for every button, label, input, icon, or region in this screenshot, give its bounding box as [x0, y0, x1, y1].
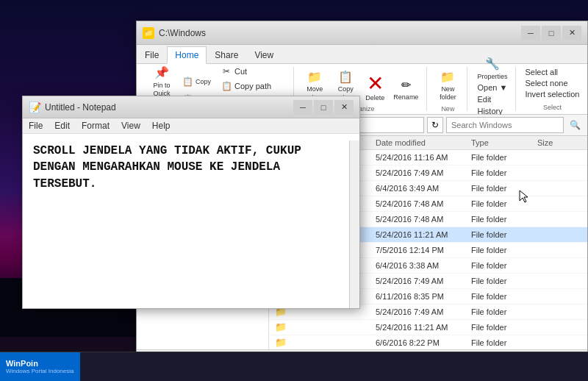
file-date-cell: 5/24/2016 11:21 AM [376, 323, 471, 332]
logo-text: WinPoin [6, 359, 74, 368]
file-type-cell: File folder [471, 307, 537, 316]
file-date-cell: 5/24/2016 7:49 AM [376, 277, 471, 285]
notepad-content: Scroll Jendela yang tidak aktif, cukup d… [23, 134, 359, 308]
file-type-cell: File folder [471, 168, 537, 177]
properties-button[interactable]: 🔧 Properties [473, 53, 511, 83]
notepad-title-bar: 📝 Untitled - Notepad ─ □ ✕ [23, 96, 359, 118]
notepad-menu-edit[interactable]: Edit [49, 118, 76, 133]
minimize-button[interactable]: ─ [521, 26, 540, 40]
file-name-cell: 📁 [275, 321, 376, 333]
rename-button[interactable]: ✏ Rename [390, 74, 422, 104]
new-folder-icon: 📁 [439, 68, 456, 85]
notepad-line1: Scroll Jendela yang tidak aktif, cukup [33, 143, 349, 159]
notepad-maximize-button[interactable]: □ [314, 100, 333, 115]
notepad-minimize-button[interactable]: ─ [293, 100, 312, 115]
file-type-cell: File folder [471, 246, 537, 254]
file-date-cell: 5/24/2016 7:49 AM [376, 307, 471, 316]
notepad-line2: dengan mengarahkan mouse ke jendela [33, 159, 349, 175]
properties-icon: 🔧 [484, 55, 501, 73]
file-icon: 📁 [275, 337, 287, 349]
new-folder-label: Newfolder [440, 85, 456, 102]
invert-selection-button[interactable]: Invert selection [522, 89, 582, 99]
pin-icon: 📌 [153, 64, 171, 82]
open-label: Open ▼ [477, 83, 507, 92]
notepad-menu-help[interactable]: Help [146, 118, 176, 133]
delete-icon: ✕ [367, 74, 384, 94]
edit-button[interactable]: Edit [474, 94, 510, 104]
file-date-cell: 5/24/2016 7:48 AM [376, 215, 471, 224]
notepad-menu: File Edit Format View Help [23, 118, 359, 134]
notepad-icon: 📝 [29, 102, 40, 113]
file-type-cell: File folder [471, 292, 537, 301]
new-folder-button[interactable]: 📁 Newfolder [433, 65, 462, 104]
delete-button[interactable]: ✕ Delete [362, 71, 388, 104]
copy-path-icon: 📋 [220, 80, 232, 92]
copy-label: Copy [196, 78, 211, 86]
notepad-title-text: Untitled - Notepad [45, 102, 293, 113]
refresh-button[interactable]: ↻ [427, 117, 443, 133]
table-row[interactable]: 📁 5/24/2016 11:21 AM File folder [269, 320, 587, 335]
select-none-button[interactable]: Select none [522, 78, 582, 88]
copy-path-label: Copy path [234, 82, 271, 90]
rename-label: Rename [393, 93, 418, 102]
new-group-label: New [441, 105, 454, 113]
notepad-close-button[interactable]: ✕ [334, 100, 354, 115]
file-date-cell: 6/4/2016 3:38 AM [376, 261, 471, 270]
file-date-cell: 5/24/2016 7:49 AM [376, 168, 471, 177]
file-date-cell: 7/5/2016 12:14 PM [376, 246, 471, 254]
explorer-title-bar: 📁 C:\Windows ─ □ ✕ [137, 21, 587, 45]
winpoin-logo[interactable]: WinPoin Windows Portal Indonesia [0, 352, 80, 381]
select-all-button[interactable]: Select all [522, 67, 582, 77]
delete-label: Delete [365, 94, 384, 102]
file-date-cell: 6/6/2016 8:22 PM [376, 338, 471, 347]
file-type-cell: File folder [471, 215, 537, 224]
notepad-line3: tersebut. [33, 176, 349, 192]
properties-label: Properties [477, 73, 507, 81]
copy-to-icon: 📋 [337, 68, 354, 85]
select-all-label: Select all [525, 68, 558, 76]
file-type-cell: File folder [471, 338, 537, 347]
col-type: Type [471, 138, 537, 147]
taskbar: WinPoin Windows Portal Indonesia [0, 352, 588, 381]
file-type-cell: File folder [471, 230, 537, 239]
notepad-controls: ─ □ ✕ [293, 100, 354, 115]
file-name-cell: 📁 [275, 337, 376, 349]
explorer-title: C:\Windows [159, 28, 521, 38]
logo-subtext: Windows Portal Indonesia [6, 368, 74, 374]
notepad-menu-view[interactable]: View [115, 118, 146, 133]
title-bar-controls: ─ □ ✕ [521, 26, 581, 40]
select-group: Select all Select none Invert selection … [517, 67, 587, 111]
rename-icon: ✏ [397, 76, 415, 93]
file-date-cell: 5/24/2016 11:21 AM [376, 230, 471, 239]
invert-selection-label: Invert selection [525, 90, 579, 99]
table-row[interactable]: 📁 6/6/2016 8:22 PM File folder [269, 335, 587, 349]
cut-icon: ✂ [220, 65, 232, 77]
file-type-cell: File folder [471, 323, 537, 332]
notepad-menu-file[interactable]: File [23, 118, 49, 133]
file-type-cell: File folder [471, 184, 537, 193]
select-none-label: Select none [525, 79, 567, 88]
col-date-modified: Date modified [376, 138, 471, 147]
file-type-cell: File folder [471, 153, 537, 162]
notepad-menu-format[interactable]: Format [76, 118, 115, 133]
explorer-icon: 📁 [143, 27, 154, 39]
copy-button[interactable]: 📋 Copy [178, 74, 216, 90]
search-button[interactable]: 🔍 [567, 117, 583, 133]
copy-path-button[interactable]: 📋 Copy path [218, 79, 289, 93]
file-type-cell: File folder [471, 199, 537, 208]
notepad-scrollbar[interactable] [349, 140, 359, 308]
copy-icon: 📋 [182, 76, 193, 88]
col-size: Size [537, 138, 581, 147]
move-icon: 📁 [306, 68, 323, 85]
cut-label: Cut [234, 67, 247, 76]
close-button[interactable]: ✕ [562, 26, 581, 40]
cut-button[interactable]: ✂ Cut [218, 65, 289, 78]
search-input[interactable] [446, 117, 564, 133]
open-button[interactable]: Open ▼ [474, 82, 510, 93]
file-date-cell: 6/11/2016 8:35 PM [376, 292, 471, 301]
notepad-window: 📝 Untitled - Notepad ─ □ ✕ File Edit For… [22, 96, 360, 309]
file-icon: 📁 [275, 321, 287, 333]
file-type-cell: File folder [471, 277, 537, 285]
maximize-button[interactable]: □ [542, 26, 561, 40]
file-date-cell: 6/4/2016 3:49 AM [376, 184, 471, 193]
